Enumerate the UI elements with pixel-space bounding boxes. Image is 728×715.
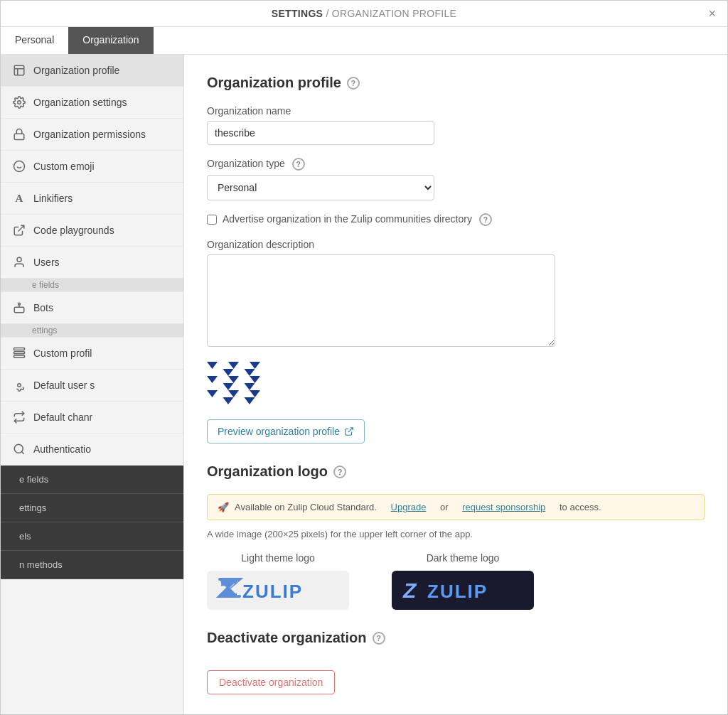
advertise-label[interactable]: Advertise organization in the Zulip comm…: [223, 213, 492, 226]
sidebar-item-linkifiers[interactable]: A Linkifiers: [1, 183, 183, 215]
bots-icon: [12, 301, 26, 315]
users-icon: [12, 255, 26, 269]
org-logo-help-icon[interactable]: ?: [333, 466, 346, 478]
svg-text:ZULIP: ZULIP: [427, 581, 488, 602]
org-avatar-pattern: [207, 362, 271, 404]
zulip-dark-svg: Z ZULIP: [399, 574, 527, 608]
sidebar-item-organization-permissions[interactable]: Organization permissions: [1, 119, 183, 151]
org-description-label: Organization description: [207, 239, 705, 250]
svg-text:Z: Z: [402, 579, 417, 602]
svg-line-6: [18, 225, 24, 231]
deactivate-heading: Deactivate organization ?: [207, 630, 705, 646]
svg-rect-15: [14, 355, 25, 358]
svg-point-9: [18, 303, 21, 305]
custom-emoji-icon: [12, 159, 26, 173]
linkifiers-icon: A: [12, 191, 26, 205]
code-playgrounds-icon: [12, 223, 26, 237]
settings-header: SETTINGS / ORGANIZATION PROFILE ×: [1, 1, 727, 27]
preview-org-profile-button[interactable]: Preview organization profile: [207, 419, 365, 443]
org-description-textarea[interactable]: [207, 254, 555, 347]
org-profile-help-icon[interactable]: ?: [347, 77, 360, 90]
close-button[interactable]: ×: [708, 6, 716, 21]
dark-theme-label: Dark theme logo: [427, 552, 500, 564]
light-theme-logo-item: Light theme logo: [207, 552, 349, 610]
svg-point-7: [17, 257, 21, 262]
sidebar-item-default-user-settings[interactable]: Default user s: [1, 370, 183, 402]
organization-settings-icon: [12, 95, 26, 109]
sidebar-label-bots: Bots: [33, 302, 172, 313]
sidebar-dark-item-settings[interactable]: ettings: [1, 494, 183, 522]
light-theme-logo: Z ZULIP: [207, 571, 349, 610]
sidebar-dark-item-channels[interactable]: els: [1, 522, 183, 551]
logo-desc: A wide image (200×25 pixels) for the upp…: [207, 529, 705, 539]
sidebar-item-custom-profile-fields[interactable]: Custom profil: [1, 338, 183, 370]
custom-profile-fields-icon: [12, 346, 26, 360]
sidebar-item-authentication[interactable]: Authenticatio: [1, 434, 183, 466]
default-user-settings-icon: [12, 378, 26, 392]
sidebar-label-custom-profile-fields: Custom profil: [33, 348, 172, 359]
deactivate-help-icon[interactable]: ?: [373, 632, 385, 645]
sidebar-item-code-playgrounds[interactable]: Code playgrounds: [1, 215, 183, 247]
logo-grid: Light theme logo: [207, 552, 705, 610]
sidebar-item-users-truncated: e fields: [1, 279, 183, 292]
svg-text:Z: Z: [218, 579, 232, 602]
sidebar-label-linkifiers: Linkifiers: [33, 193, 172, 204]
deactivate-org-button[interactable]: Deactivate organization: [207, 670, 335, 694]
deactivate-section: Deactivate organization ? Deactivate org…: [207, 630, 705, 694]
dark-theme-logo-item: Dark theme logo Z ZULIP: [392, 552, 534, 610]
sidebar-item-custom-emoji[interactable]: Custom emoji: [1, 151, 183, 183]
advertise-row: Advertise organization in the Zulip comm…: [207, 213, 705, 226]
main-layout: Organization profile Organization settin…: [1, 55, 727, 714]
sidebar-item-organization-profile[interactable]: Organization profile: [1, 55, 183, 87]
sidebar-label-default-user-settings: Default user s: [33, 380, 172, 391]
org-name-input[interactable]: [207, 121, 434, 145]
sidebar-label-code-playgrounds: Code playgrounds: [33, 225, 172, 236]
svg-rect-13: [14, 348, 25, 350]
tab-bar: Personal Organization: [1, 27, 727, 55]
advertise-help-icon[interactable]: ?: [479, 213, 492, 226]
svg-line-53: [348, 428, 353, 432]
advertise-checkbox[interactable]: [207, 215, 217, 225]
org-logo-section: Organization logo ? 🚀 Available on Zulip…: [207, 463, 705, 610]
rocket-icon: 🚀: [218, 502, 229, 512]
sidebar-item-default-channels[interactable]: Default chanr: [1, 402, 183, 434]
org-profile-heading: Organization profile ?: [207, 75, 705, 91]
org-description-group: Organization description: [207, 239, 705, 349]
tab-organization[interactable]: Organization: [68, 27, 153, 54]
svg-point-17: [14, 444, 23, 453]
organization-profile-icon: [12, 63, 26, 77]
svg-line-18: [21, 451, 23, 453]
org-type-help-icon[interactable]: ?: [292, 158, 305, 171]
sidebar-dark-item-methods[interactable]: n methods: [1, 551, 183, 579]
main-content: Organization profile ? Organization name…: [184, 55, 727, 714]
sidebar-dark-section: e fields ettings els n methods: [1, 466, 183, 579]
sponsor-link[interactable]: request sponsorship: [462, 502, 545, 512]
org-name-label: Organization name: [207, 105, 705, 117]
sidebar-item-bots[interactable]: Bots: [1, 292, 183, 324]
sidebar-label-users: Users: [33, 257, 172, 268]
org-logo-heading: Organization logo ?: [207, 463, 705, 480]
sidebar-item-organization-settings[interactable]: Organization settings: [1, 87, 183, 119]
sidebar-item-users[interactable]: Users: [1, 247, 183, 279]
org-type-select[interactable]: Personal Business Education Research Ope…: [207, 175, 434, 200]
svg-rect-0: [14, 65, 24, 75]
upgrade-link[interactable]: Upgrade: [391, 502, 427, 512]
svg-text:ZULIP: ZULIP: [242, 581, 303, 602]
authentication-icon: [12, 442, 26, 456]
upgrade-notice: 🚀 Available on Zulip Cloud Standard. Upg…: [207, 494, 705, 520]
tab-personal[interactable]: Personal: [1, 27, 68, 54]
organization-permissions-icon: [12, 127, 26, 141]
org-avatar-area: [207, 362, 705, 407]
svg-rect-2: [14, 134, 24, 139]
sidebar-dark-item-profile-fields[interactable]: e fields: [1, 466, 183, 494]
sidebar-label-authentication: Authenticatio: [33, 443, 172, 455]
org-name-group: Organization name: [207, 105, 705, 145]
svg-rect-8: [14, 307, 24, 313]
sidebar-item-bots-truncated: ettings: [1, 324, 183, 338]
dark-theme-logo: Z ZULIP: [392, 571, 534, 610]
sidebar: Organization profile Organization settin…: [1, 55, 184, 714]
default-channels-icon: [12, 410, 26, 424]
svg-point-16: [18, 384, 21, 387]
sidebar-label-custom-emoji: Custom emoji: [33, 161, 172, 172]
svg-point-1: [18, 101, 21, 104]
